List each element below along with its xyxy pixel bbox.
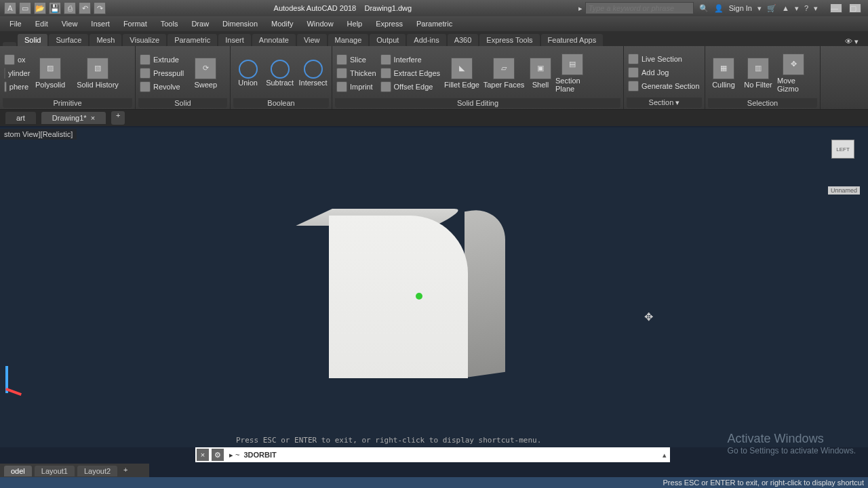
a360-drop-icon[interactable]: ▾ xyxy=(795,4,799,13)
solid-history-button[interactable]: ▧Solid History xyxy=(71,58,125,89)
cylinder-button[interactable]: ylinder xyxy=(3,67,30,79)
thicken-button[interactable]: Thicken xyxy=(335,67,378,79)
revolve-button[interactable]: Revolve xyxy=(138,81,185,93)
tab-parametric[interactable]: Parametric xyxy=(167,34,217,46)
model-tab[interactable]: odel xyxy=(4,466,32,476)
intersect-button[interactable]: Intersect xyxy=(297,60,329,87)
live-section-button[interactable]: Live Section xyxy=(627,53,701,65)
help-icon[interactable]: ? xyxy=(804,4,808,12)
tab-mesh[interactable]: Mesh xyxy=(90,34,121,46)
sweep-button[interactable]: ⟳Sweep xyxy=(186,58,224,89)
move-gizmo-button[interactable]: ✥Move Gizmo xyxy=(777,54,810,93)
generate-section-button[interactable]: Generate Section xyxy=(627,80,701,92)
tab-view[interactable]: View xyxy=(297,34,327,46)
move-gizmo-icon: ✥ xyxy=(783,54,804,75)
tab-featured-apps[interactable]: Featured Apps xyxy=(541,34,604,46)
culling-button[interactable]: ▦Culling xyxy=(708,58,739,89)
tab-solid[interactable]: Solid xyxy=(18,34,47,46)
polysolid-button[interactable]: ▨Polysolid xyxy=(31,58,69,89)
tab-manage[interactable]: Manage xyxy=(328,34,369,46)
section-plane-button[interactable]: ▤Section Plane xyxy=(555,54,589,93)
app-menu-icon[interactable]: A xyxy=(4,2,16,14)
menu-dimension[interactable]: Dimension xyxy=(216,18,264,30)
drawing-tab[interactable]: Drawing1* × xyxy=(41,112,106,124)
ucs-icon[interactable] xyxy=(5,366,8,393)
extrude-icon xyxy=(140,54,151,65)
tab-express-tools[interactable]: Express Tools xyxy=(479,34,539,46)
menu-file[interactable]: File xyxy=(3,18,28,30)
slice-button[interactable]: Slice xyxy=(335,54,378,66)
cmd-customize-icon[interactable]: ⚙ xyxy=(212,449,224,461)
menu-insert[interactable]: Insert xyxy=(84,18,117,30)
tab-addins[interactable]: Add-ins xyxy=(407,34,446,46)
subtract-icon xyxy=(271,60,290,79)
add-layout-button[interactable]: + xyxy=(120,466,131,476)
search-arrow-icon[interactable]: ▸ xyxy=(576,4,585,13)
command-line[interactable]: × ⚙ ▸ ~ 3DORBIT ▴ xyxy=(195,447,670,462)
taper-faces-button[interactable]: ▱Taper Faces xyxy=(482,58,526,89)
menu-express[interactable]: Express xyxy=(369,18,410,30)
menu-draw[interactable]: Draw xyxy=(184,18,216,30)
imprint-button[interactable]: Imprint xyxy=(335,81,378,93)
status-text: Press ESC or ENTER to exit, or right-cli… xyxy=(663,479,864,487)
viewcube[interactable]: LEFT Unnamed xyxy=(826,136,860,169)
fillet-edge-button[interactable]: ◣Fillet Edge xyxy=(443,58,481,89)
layout1-tab[interactable]: Layout1 xyxy=(35,466,75,476)
viewcube-ucs-label[interactable]: Unnamed xyxy=(828,186,860,195)
menu-parametric[interactable]: Parametric xyxy=(410,18,459,30)
orbit-pivot-icon xyxy=(416,293,422,300)
new-icon[interactable]: ▭ xyxy=(19,2,31,14)
tab-visualize[interactable]: Visualize xyxy=(123,34,166,46)
layout2-tab[interactable]: Layout2 xyxy=(77,466,117,476)
tab-a360[interactable]: A360 xyxy=(448,34,479,46)
presspull-button[interactable]: Presspull xyxy=(138,67,185,79)
signin-icon[interactable]: 👤 xyxy=(714,4,724,13)
minimize-button[interactable]: — xyxy=(830,3,842,13)
start-tab[interactable]: art xyxy=(5,112,36,124)
menu-view[interactable]: View xyxy=(55,18,85,30)
command-input[interactable]: ▸ ~ 3DORBIT xyxy=(225,451,659,460)
search-go-icon[interactable]: 🔍 xyxy=(699,4,709,13)
tab-annotate[interactable]: Annotate xyxy=(252,34,296,46)
extrude-button[interactable]: Extrude xyxy=(138,54,185,66)
maximize-button[interactable]: ▢ xyxy=(849,3,861,13)
menu-tools[interactable]: Tools xyxy=(154,18,185,30)
offset-edge-button[interactable]: Offset Edge xyxy=(379,81,441,93)
add-jog-button[interactable]: Add Jog xyxy=(627,66,701,79)
a360-icon[interactable]: ▲ xyxy=(782,4,789,12)
tab-output[interactable]: Output xyxy=(370,34,406,46)
union-button[interactable]: Union xyxy=(233,60,262,87)
viewport-label[interactable]: stom View][Realistic] xyxy=(0,129,77,140)
redo-icon[interactable]: ↷ xyxy=(94,2,106,14)
interfere-button[interactable]: Interfere xyxy=(379,54,441,66)
new-tab-button[interactable]: + xyxy=(111,111,125,125)
menu-window[interactable]: Window xyxy=(300,18,340,30)
tab-insert[interactable]: Insert xyxy=(218,34,251,46)
cmd-history-icon[interactable]: ▴ xyxy=(659,451,670,460)
sphere-button[interactable]: phere xyxy=(3,81,30,93)
save-icon[interactable]: 💾 xyxy=(49,2,61,14)
viewcube-face[interactable]: LEFT xyxy=(831,140,854,159)
saveas-icon[interactable]: ⎙ xyxy=(64,2,76,14)
exchange-icon[interactable]: 🛒 xyxy=(767,4,776,13)
search-input[interactable] xyxy=(585,2,694,14)
menu-edit[interactable]: Edit xyxy=(28,18,55,30)
viewport[interactable]: ✥ xyxy=(0,127,868,447)
no-filter-button[interactable]: ▥No Filter xyxy=(741,58,776,89)
box-button[interactable]: ox xyxy=(3,54,30,66)
menu-format[interactable]: Format xyxy=(117,18,154,30)
help-drop-icon[interactable]: ▾ xyxy=(814,4,818,13)
menu-modify[interactable]: Modify xyxy=(264,18,300,30)
extract-edges-button[interactable]: Extract Edges xyxy=(379,67,441,79)
tab-surface[interactable]: Surface xyxy=(49,34,88,46)
signin-label[interactable]: Sign In xyxy=(729,4,752,12)
undo-icon[interactable]: ↶ xyxy=(79,2,91,14)
subtract-button[interactable]: Subtract xyxy=(264,60,296,87)
cmd-close-icon[interactable]: × xyxy=(197,449,209,461)
ribbon-visibility-icon[interactable]: 👁 ▾ xyxy=(838,37,865,46)
shell-button[interactable]: ▣Shell xyxy=(527,58,554,89)
open-icon[interactable]: 📂 xyxy=(34,2,46,14)
signin-drop-icon[interactable]: ▾ xyxy=(757,4,762,13)
presspull-icon xyxy=(140,68,151,79)
menu-help[interactable]: Help xyxy=(340,18,370,30)
